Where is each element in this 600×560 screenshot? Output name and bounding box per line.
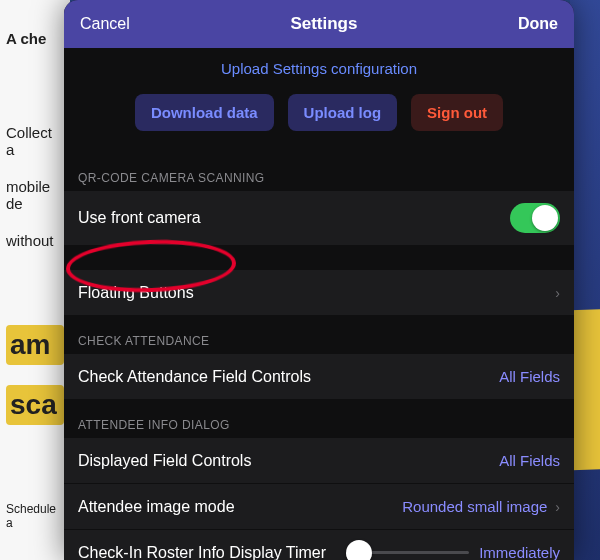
bg-text: sca [6,385,64,425]
attendee-image-mode-row[interactable]: Attendee image mode Rounded small image … [64,484,574,530]
done-button[interactable]: Done [518,15,558,33]
bg-text: mobile de [6,178,64,212]
use-front-camera-label: Use front camera [78,209,510,227]
settings-scroll[interactable]: Upload Settings configuration Download d… [64,48,574,560]
section-header-attendee-info: ATTENDEE INFO DIALOG [64,400,574,438]
checkin-roster-timer-slider[interactable] [359,551,469,554]
background-right-panel: w est [570,0,600,560]
check-attendance-field-controls-label: Check Attendance Field Controls [78,368,499,386]
action-pill-row: Download data Upload log Sign out [64,88,574,153]
floating-buttons-row[interactable]: Floating Buttons › [64,270,574,316]
upload-config-row: Upload Settings configuration [64,48,574,88]
settings-sheet: Cancel Settings Done Upload Settings con… [64,0,574,560]
upload-settings-config-link[interactable]: Upload Settings configuration [221,60,417,77]
bg-text: without [6,232,64,249]
sign-out-button[interactable]: Sign out [411,94,503,131]
page-title: Settings [290,14,357,34]
bg-text: A che [6,30,64,47]
chevron-right-icon: › [555,285,560,301]
chevron-right-icon: › [555,499,560,515]
attendee-image-mode-label: Attendee image mode [78,498,402,516]
displayed-field-controls-row[interactable]: Displayed Field Controls All Fields [64,438,574,484]
displayed-field-controls-value: All Fields [499,452,560,469]
checkin-roster-timer-label: Check-In Roster Info Display Timer [78,544,349,561]
checkin-roster-timer-row: Check-In Roster Info Display Timer Immed… [64,530,574,560]
background-left-panel: A che Collect a mobile de without am sca… [0,0,70,560]
bg-text: Collect a [6,124,64,158]
use-front-camera-row: Use front camera [64,191,574,246]
displayed-field-controls-label: Displayed Field Controls [78,452,499,470]
section-header-check-attendance: CHECK ATTENDANCE [64,316,574,354]
bg-text: am [6,325,64,365]
attendee-image-mode-value: Rounded small image [402,498,547,515]
check-attendance-field-controls-row[interactable]: Check Attendance Field Controls All Fiel… [64,354,574,400]
navbar: Cancel Settings Done [64,0,574,48]
checkin-roster-timer-value: Immediately [479,544,560,560]
toggle-knob [532,205,558,231]
check-attendance-field-controls-value: All Fields [499,368,560,385]
section-header-qr: QR-CODE CAMERA SCANNING [64,153,574,191]
download-data-button[interactable]: Download data [135,94,274,131]
upload-log-button[interactable]: Upload log [288,94,398,131]
slider-knob [346,540,372,561]
floating-buttons-label: Floating Buttons [78,284,547,302]
use-front-camera-toggle[interactable] [510,203,560,233]
bg-text: Schedule a [6,502,64,530]
cancel-button[interactable]: Cancel [80,15,130,33]
